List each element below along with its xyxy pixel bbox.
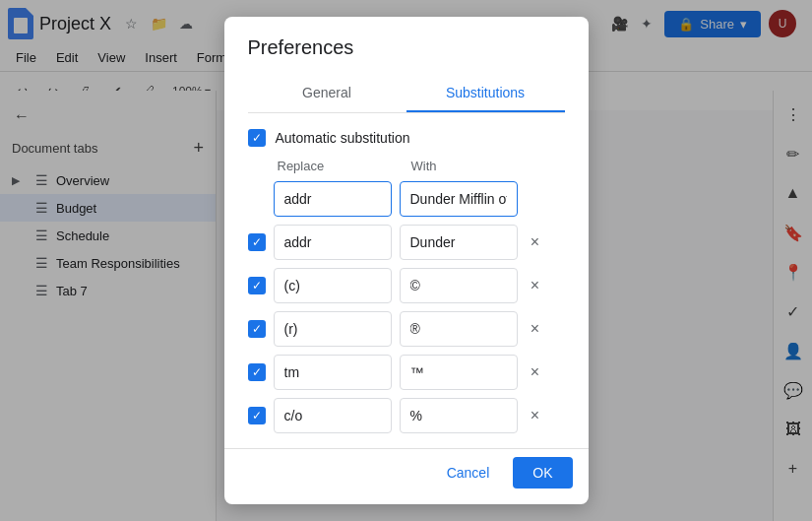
row-3-with-input[interactable] — [400, 355, 518, 390]
row-2-delete-button[interactable]: × — [526, 319, 545, 339]
row-0-with-input[interactable] — [400, 225, 518, 260]
cancel-button[interactable]: Cancel — [431, 457, 506, 488]
tab-general[interactable]: General — [248, 75, 406, 112]
dialog-title: Preferences — [248, 36, 565, 59]
row-2-with-input[interactable] — [400, 311, 518, 347]
replace-header: Replace — [278, 159, 396, 173]
column-headers: Replace With — [248, 159, 565, 173]
row-2-checkbox[interactable] — [248, 320, 266, 338]
ok-button[interactable]: OK — [513, 457, 572, 488]
active-row-spacer — [248, 190, 266, 208]
row-0-checkbox[interactable] — [248, 233, 266, 251]
row-1-delete-button[interactable]: × — [526, 276, 545, 295]
row-4-checkbox[interactable] — [248, 407, 266, 424]
row-0-delete-button[interactable]: × — [526, 232, 545, 252]
preferences-dialog: Preferences General Substitutions Automa… — [224, 17, 589, 504]
auto-substitution-checkbox[interactable] — [248, 129, 266, 147]
row-3-delete-button[interactable]: × — [526, 362, 545, 382]
dialog-header: Preferences General Substitutions — [224, 17, 589, 113]
dialog-footer: Cancel OK — [224, 448, 589, 504]
auto-substitution-label: Automatic substitution — [276, 130, 410, 146]
row-3-checkbox[interactable] — [248, 363, 266, 381]
tab-substitutions[interactable]: Substitutions — [406, 75, 565, 112]
row-4-with-input[interactable] — [400, 398, 518, 433]
row-2-replace-input[interactable] — [274, 311, 392, 347]
dialog-body: Automatic substitution Replace With × — [224, 113, 589, 448]
active-replace-input[interactable] — [274, 181, 392, 217]
substitution-row-4: × — [248, 398, 565, 433]
row-0-replace-input[interactable] — [274, 225, 392, 260]
substitution-row-1: × — [248, 268, 565, 303]
active-with-input[interactable] — [400, 181, 518, 217]
row-1-with-input[interactable] — [400, 268, 518, 303]
substitution-row-2: × — [248, 311, 565, 347]
substitution-row-0: × — [248, 225, 565, 260]
row-1-replace-input[interactable] — [274, 268, 392, 303]
modal-overlay: Preferences General Substitutions Automa… — [0, 0, 812, 521]
dialog-tabs: General Substitutions — [248, 75, 565, 113]
substitution-row-3: × — [248, 355, 565, 390]
auto-substitution-row: Automatic substitution — [248, 129, 565, 147]
row-4-delete-button[interactable]: × — [526, 406, 545, 425]
with-header: With — [411, 159, 530, 173]
row-3-replace-input[interactable] — [274, 355, 392, 390]
row-1-checkbox[interactable] — [248, 277, 266, 294]
active-input-row — [248, 181, 565, 217]
row-4-replace-input[interactable] — [274, 398, 392, 433]
